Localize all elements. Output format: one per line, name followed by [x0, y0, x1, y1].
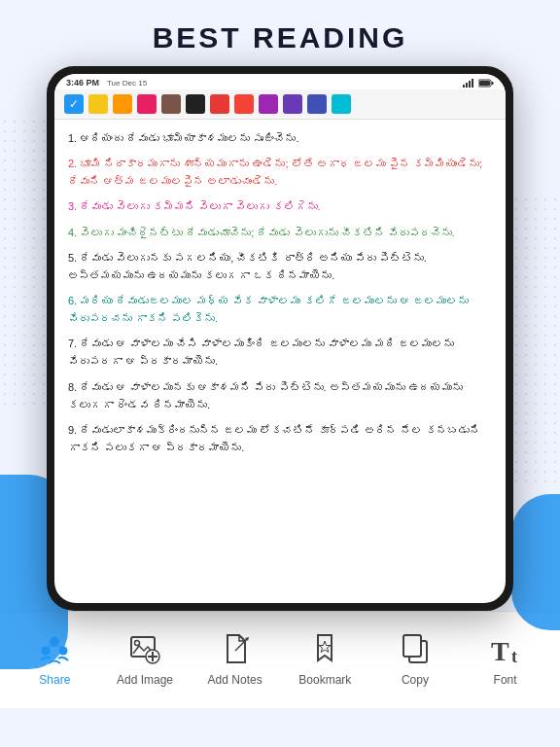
- svg-rect-5: [492, 82, 494, 85]
- add-image-button[interactable]: Add Image: [111, 629, 179, 687]
- verse-2: 2. భూమి నిరాకారముగాను శూన్యముగాను ఉండెను…: [68, 155, 492, 190]
- tablet-screen: 3:46 PM Tue Dec 15: [54, 74, 506, 603]
- color-swatch-4[interactable]: [161, 94, 181, 114]
- bookmark-button[interactable]: Bookmark: [291, 629, 359, 687]
- bookmark-label: Bookmark: [298, 673, 351, 687]
- tablet-wrapper: 3:46 PM Tue Dec 15: [0, 66, 560, 611]
- add-notes-icon: [216, 629, 255, 668]
- color-swatch-10[interactable]: [307, 94, 327, 114]
- bg-blue-shape-right: [511, 494, 560, 630]
- svg-line-19: [235, 649, 237, 651]
- verse-7: 7. దేవుడు ఆ వాళాలము చేసి వాళాలముకింది జల…: [68, 335, 492, 370]
- add-image-icon: [125, 629, 164, 668]
- color-swatch-5[interactable]: [186, 94, 205, 114]
- verse-4: 4. వెలుగు మంచిదైనట్టు దేవుడుచూచెను; దేవు…: [68, 224, 492, 241]
- color-swatch-3[interactable]: [137, 94, 157, 114]
- svg-text:T: T: [491, 636, 509, 666]
- svg-marker-20: [319, 641, 331, 653]
- page-title: BEST READING: [0, 0, 560, 66]
- copy-label: Copy: [402, 673, 429, 687]
- color-swatch-6[interactable]: [210, 94, 229, 114]
- font-label: Font: [494, 673, 517, 687]
- color-swatch-1[interactable]: [88, 94, 108, 114]
- signal-icon: [463, 79, 474, 88]
- color-swatch-9[interactable]: [283, 94, 302, 114]
- status-icons: [463, 79, 494, 88]
- add-image-label: Add Image: [117, 673, 173, 687]
- copy-icon: [396, 629, 435, 668]
- scripture-content: 1. ఆదియందు దేవుడు భూమ్యాకాశములను సృజించె…: [54, 120, 506, 603]
- svg-rect-22: [403, 635, 421, 657]
- svg-point-13: [134, 641, 139, 646]
- bottom-toolbar: Share Add Image: [0, 611, 560, 708]
- copy-button[interactable]: Copy: [381, 629, 449, 687]
- verse-8: 8. దేవుడు ఆ వాళాలమునకు ఆకాశమని పేరు పెట్…: [68, 378, 492, 413]
- color-swatch-2[interactable]: [113, 94, 132, 114]
- svg-text:t: t: [511, 647, 517, 666]
- color-swatch-11[interactable]: [332, 94, 351, 114]
- status-bar: 3:46 PM Tue Dec 15: [54, 74, 506, 89]
- verse-1: 1. ఆదియందు దేవుడు భూమ్యాకాశములను సృజించె…: [68, 129, 492, 147]
- add-notes-label: Add Notes: [208, 673, 262, 687]
- battery-icon: [478, 79, 494, 88]
- font-button[interactable]: T t Font: [472, 629, 540, 687]
- verse-9: 9. దేవుడులాకాశముక్రిందనున్న జలము లోకచటిన…: [68, 421, 492, 456]
- verse-3: 3. దేవుడు వెలుగు కమ్మని వెలుగా వెలుగు కల…: [68, 197, 492, 215]
- status-time: 3:46 PM: [66, 78, 99, 88]
- color-bar[interactable]: ✓: [54, 89, 506, 120]
- color-swatch-0[interactable]: ✓: [64, 94, 84, 114]
- verse-6: 6. మరియు దేవుడుజలముల మధ్య వేక వాళాలము కల…: [68, 292, 492, 327]
- share-label: Share: [39, 673, 70, 687]
- svg-rect-2: [469, 81, 471, 88]
- bookmark-icon: [305, 629, 344, 668]
- color-swatch-8[interactable]: [259, 94, 278, 114]
- font-icon: T t: [486, 629, 525, 668]
- verse-5: 5. దేవుడు వెలుగునకు పగలనియు, చీకటికి రాత…: [68, 249, 492, 284]
- add-notes-button[interactable]: Add Notes: [201, 629, 269, 687]
- color-swatch-7[interactable]: [234, 94, 254, 114]
- svg-rect-6: [479, 81, 490, 86]
- svg-rect-0: [463, 85, 465, 88]
- svg-rect-1: [466, 83, 468, 88]
- status-date: Tue Dec 15: [107, 79, 147, 88]
- tablet-frame: 3:46 PM Tue Dec 15: [47, 66, 513, 611]
- svg-rect-3: [472, 79, 473, 88]
